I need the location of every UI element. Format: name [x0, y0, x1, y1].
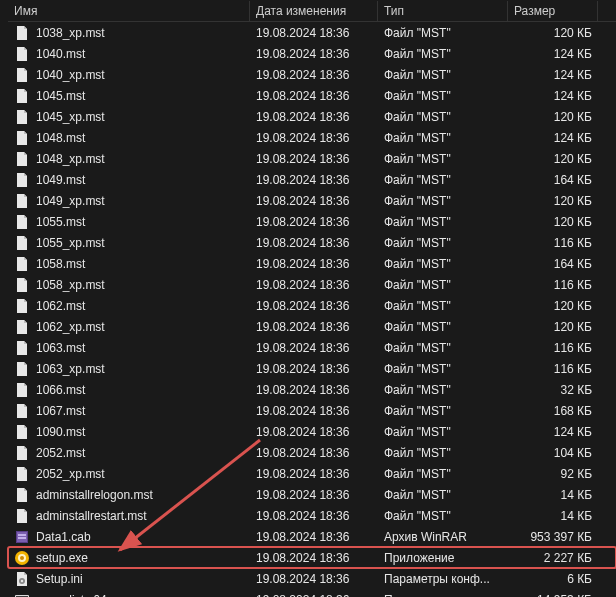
file-name-cell: adminstallrestart.mst — [8, 508, 250, 524]
file-row[interactable]: 1062_xp.mst19.08.2024 18:36Файл "MST"120… — [8, 316, 616, 337]
file-date-cell: 19.08.2024 18:36 — [250, 131, 378, 145]
file-row[interactable]: Setup.ini19.08.2024 18:36Параметры конф.… — [8, 568, 616, 589]
file-row[interactable]: Data1.cab19.08.2024 18:36Архив WinRAR953… — [8, 526, 616, 547]
file-name-label: 1058_xp.mst — [36, 278, 105, 292]
file-icon — [14, 25, 30, 41]
file-name-cell: 1062.mst — [8, 298, 250, 314]
file-name-label: 1038_xp.mst — [36, 26, 105, 40]
file-row[interactable]: 1038_xp.mst19.08.2024 18:36Файл "MST"120… — [8, 22, 616, 43]
file-type-cell: Файл "MST" — [378, 446, 508, 460]
file-row[interactable]: 1040_xp.mst19.08.2024 18:36Файл "MST"124… — [8, 64, 616, 85]
file-size-cell: 120 КБ — [508, 152, 598, 166]
file-row[interactable]: 1049_xp.mst19.08.2024 18:36Файл "MST"120… — [8, 190, 616, 211]
file-type-cell: Файл "MST" — [378, 89, 508, 103]
file-name-label: 2052.mst — [36, 446, 85, 460]
ini-icon — [14, 571, 30, 587]
file-name-cell: 1062_xp.mst — [8, 319, 250, 335]
file-date-cell: 19.08.2024 18:36 — [250, 89, 378, 103]
file-icon — [14, 298, 30, 314]
file-row[interactable]: setup.exe19.08.2024 18:36Приложение2 227… — [8, 547, 616, 568]
column-header-size[interactable]: Размер — [508, 1, 598, 21]
file-size-cell: 120 КБ — [508, 194, 598, 208]
file-type-cell: Файл "MST" — [378, 404, 508, 418]
file-type-cell: Файл "MST" — [378, 110, 508, 124]
file-row[interactable]: 1040.mst19.08.2024 18:36Файл "MST"124 КБ — [8, 43, 616, 64]
file-size-cell: 124 КБ — [508, 68, 598, 82]
file-name-label: 1067.mst — [36, 404, 85, 418]
file-icon — [14, 319, 30, 335]
file-size-cell: 116 КБ — [508, 236, 598, 250]
file-name-label: 1055.mst — [36, 215, 85, 229]
file-type-cell: Файл "MST" — [378, 257, 508, 271]
file-date-cell: 19.08.2024 18:36 — [250, 341, 378, 355]
file-icon — [14, 382, 30, 398]
column-header-name[interactable]: Имя — [8, 1, 250, 21]
file-date-cell: 19.08.2024 18:36 — [250, 362, 378, 376]
file-row[interactable]: 1055.mst19.08.2024 18:36Файл "MST"120 КБ — [8, 211, 616, 232]
file-size-cell: 116 КБ — [508, 341, 598, 355]
file-name-label: 1045.mst — [36, 89, 85, 103]
file-size-cell: 14 КБ — [508, 509, 598, 523]
file-row[interactable]: 1090.mst19.08.2024 18:36Файл "MST"124 КБ — [8, 421, 616, 442]
file-name-cell: 1055_xp.mst — [8, 235, 250, 251]
file-icon — [14, 508, 30, 524]
file-size-cell: 14 953 КБ — [508, 593, 598, 598]
file-date-cell: 19.08.2024 18:36 — [250, 551, 378, 565]
file-date-cell: 19.08.2024 18:36 — [250, 320, 378, 334]
file-size-cell: 120 КБ — [508, 26, 598, 40]
file-size-cell: 116 КБ — [508, 362, 598, 376]
file-name-cell: 1058.mst — [8, 256, 250, 272]
file-row[interactable]: 1067.mst19.08.2024 18:36Файл "MST"168 КБ — [8, 400, 616, 421]
file-icon — [14, 193, 30, 209]
file-name-cell: 1048_xp.mst — [8, 151, 250, 167]
file-row[interactable]: 1063.mst19.08.2024 18:36Файл "MST"116 КБ — [8, 337, 616, 358]
file-size-cell: 124 КБ — [508, 131, 598, 145]
file-row[interactable]: 1045.mst19.08.2024 18:36Файл "MST"124 КБ — [8, 85, 616, 106]
file-date-cell: 19.08.2024 18:36 — [250, 446, 378, 460]
file-date-cell: 19.08.2024 18:36 — [250, 488, 378, 502]
file-row[interactable]: 1049.mst19.08.2024 18:36Файл "MST"164 КБ — [8, 169, 616, 190]
file-size-cell: 14 КБ — [508, 488, 598, 502]
column-header-type[interactable]: Тип — [378, 1, 508, 21]
file-type-cell: Приложение — [378, 593, 508, 598]
file-row[interactable]: 1048_xp.mst19.08.2024 18:36Файл "MST"120… — [8, 148, 616, 169]
file-date-cell: 19.08.2024 18:36 — [250, 593, 378, 598]
file-row[interactable]: 1063_xp.mst19.08.2024 18:36Файл "MST"116… — [8, 358, 616, 379]
file-icon — [14, 445, 30, 461]
file-row[interactable]: 2052.mst19.08.2024 18:36Файл "MST"104 КБ — [8, 442, 616, 463]
file-name-label: 1066.mst — [36, 383, 85, 397]
file-size-cell: 120 КБ — [508, 320, 598, 334]
file-row[interactable]: 1058_xp.mst19.08.2024 18:36Файл "MST"116… — [8, 274, 616, 295]
file-name-label: adminstallrelogon.mst — [36, 488, 153, 502]
file-row[interactable]: adminstallrestart.mst19.08.2024 18:36Фай… — [8, 505, 616, 526]
file-row[interactable]: 1045_xp.mst19.08.2024 18:36Файл "MST"120… — [8, 106, 616, 127]
file-size-cell: 2 227 КБ — [508, 551, 598, 565]
svg-rect-3 — [18, 537, 26, 539]
file-row[interactable]: 1048.mst19.08.2024 18:36Файл "MST"124 КБ — [8, 127, 616, 148]
file-date-cell: 19.08.2024 18:36 — [250, 257, 378, 271]
file-name-label: 1049.mst — [36, 173, 85, 187]
file-date-cell: 19.08.2024 18:36 — [250, 173, 378, 187]
file-size-cell: 164 КБ — [508, 173, 598, 187]
file-icon — [14, 151, 30, 167]
file-size-cell: 116 КБ — [508, 278, 598, 292]
file-row[interactable]: 1062.mst19.08.2024 18:36Файл "MST"120 КБ — [8, 295, 616, 316]
file-date-cell: 19.08.2024 18:36 — [250, 152, 378, 166]
column-header-date[interactable]: Дата изменения — [250, 1, 378, 21]
file-type-cell: Файл "MST" — [378, 26, 508, 40]
file-row[interactable]: 1066.mst19.08.2024 18:36Файл "MST"32 КБ — [8, 379, 616, 400]
file-type-cell: Файл "MST" — [378, 236, 508, 250]
file-date-cell: 19.08.2024 18:36 — [250, 572, 378, 586]
file-name-cell: 1058_xp.mst — [8, 277, 250, 293]
file-date-cell: 19.08.2024 18:36 — [250, 509, 378, 523]
file-row[interactable]: 2052_xp.mst19.08.2024 18:36Файл "MST"92 … — [8, 463, 616, 484]
file-row[interactable]: 1055_xp.mst19.08.2024 18:36Файл "MST"116… — [8, 232, 616, 253]
file-type-cell: Файл "MST" — [378, 131, 508, 145]
file-size-cell: 6 КБ — [508, 572, 598, 586]
file-date-cell: 19.08.2024 18:36 — [250, 236, 378, 250]
file-row[interactable]: vc_redist.x64.exe19.08.2024 18:36Приложе… — [8, 589, 616, 597]
file-row[interactable]: adminstallrelogon.mst19.08.2024 18:36Фай… — [8, 484, 616, 505]
file-name-label: 1063_xp.mst — [36, 362, 105, 376]
file-icon — [14, 403, 30, 419]
file-row[interactable]: 1058.mst19.08.2024 18:36Файл "MST"164 КБ — [8, 253, 616, 274]
